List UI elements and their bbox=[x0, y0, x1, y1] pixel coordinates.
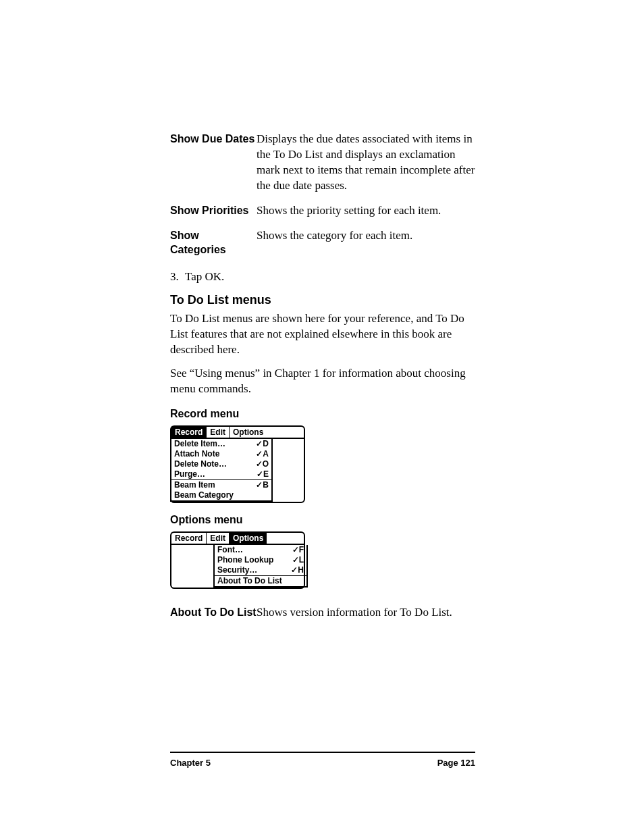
menubar-options: Options bbox=[230, 533, 267, 544]
menu-item-label: Attach Note bbox=[174, 449, 219, 459]
menu-item-shortcut: ✓A bbox=[256, 449, 269, 459]
step-item: 3. Tap OK. bbox=[170, 269, 475, 285]
menubar-edit: Edit bbox=[207, 427, 230, 438]
term-about-to-do-list: About To Do List bbox=[170, 605, 257, 620]
menu-item-label: Security… bbox=[217, 565, 257, 575]
definition-row: About To Do List Shows version informati… bbox=[170, 605, 475, 621]
definition-row: Show Categories Shows the category for e… bbox=[170, 228, 475, 257]
menubar-edit: Edit bbox=[207, 533, 230, 544]
record-dropdown: Delete Item… ✓D Attach Note ✓A Delete No… bbox=[170, 439, 273, 502]
menu-body: Font… ✓F Phone Lookup ✓L Security… ✓H Ab… bbox=[171, 545, 304, 588]
menu-item-shortcut: ✓B bbox=[256, 480, 269, 490]
footer-rule bbox=[170, 752, 475, 753]
paragraph: To Do List menus are shown here for your… bbox=[170, 311, 475, 358]
menu-item-shortcut: ✓F bbox=[292, 545, 304, 555]
menu-item-shortcut: ✓O bbox=[256, 459, 269, 469]
menu-item: Attach Note ✓A bbox=[171, 449, 271, 459]
page-footer: Chapter 5 Page 121 bbox=[170, 758, 475, 768]
paragraph: See “Using menus” in Chapter 1 for infor… bbox=[170, 366, 475, 397]
heading-record-menu: Record menu bbox=[170, 408, 475, 420]
menu-item-label: Purge… bbox=[174, 469, 205, 479]
menu-item-shortcut: ✓E bbox=[257, 469, 269, 479]
heading-options-menu: Options menu bbox=[170, 514, 475, 526]
desc-show-priorities: Shows the priority setting for each item… bbox=[257, 203, 475, 219]
menu-item: Purge… ✓E bbox=[171, 469, 271, 479]
menu-bar: Record Edit Options bbox=[171, 533, 304, 545]
definition-row: Show Priorities Shows the priority setti… bbox=[170, 203, 475, 219]
step-number: 3. bbox=[170, 269, 185, 285]
heading-to-do-list-menus: To Do List menus bbox=[170, 293, 475, 307]
menu-item-label: Beam Item bbox=[174, 480, 215, 490]
menu-item: About To Do List bbox=[215, 575, 306, 586]
menu-item: Delete Item… ✓D bbox=[171, 439, 271, 449]
footer-chapter: Chapter 5 bbox=[170, 758, 211, 768]
options-dropdown: Font… ✓F Phone Lookup ✓L Security… ✓H Ab… bbox=[213, 545, 308, 588]
menubar-record: Record bbox=[171, 427, 207, 438]
menu-item-label: About To Do List bbox=[217, 576, 282, 586]
definitions-table: Show Due Dates Displays the due dates as… bbox=[170, 132, 475, 257]
menu-item: Delete Note… ✓O bbox=[171, 459, 271, 469]
menu-body: Delete Item… ✓D Attach Note ✓A Delete No… bbox=[171, 439, 304, 502]
footer-page: Page 121 bbox=[437, 758, 475, 768]
menu-item: Phone Lookup ✓L bbox=[215, 555, 306, 565]
step-text: Tap OK. bbox=[185, 269, 224, 285]
menu-item-label: Delete Item… bbox=[174, 439, 225, 449]
about-definition: About To Do List Shows version informati… bbox=[170, 605, 475, 621]
menu-item: Security… ✓H bbox=[215, 565, 306, 575]
menubar-record: Record bbox=[171, 533, 207, 544]
term-show-categories: Show Categories bbox=[170, 228, 257, 257]
desc-about-to-do-list: Shows version information for To Do List… bbox=[257, 605, 475, 621]
menu-item-label: Phone Lookup bbox=[217, 555, 273, 565]
desc-show-due-dates: Displays the due dates associated with i… bbox=[257, 132, 475, 194]
definition-row: Show Due Dates Displays the due dates as… bbox=[170, 132, 475, 194]
menu-item: Beam Category bbox=[171, 490, 271, 500]
page: Show Due Dates Displays the due dates as… bbox=[0, 0, 644, 834]
menu-item-label: Font… bbox=[217, 545, 243, 555]
options-menu-screenshot: Record Edit Options Font… ✓F Phone Looku… bbox=[170, 531, 305, 589]
desc-show-categories: Shows the category for each item. bbox=[257, 228, 475, 244]
term-show-due-dates: Show Due Dates bbox=[170, 132, 257, 147]
menu-bar: Record Edit Options bbox=[171, 427, 304, 439]
menu-item-shortcut: ✓D bbox=[256, 439, 269, 449]
term-show-priorities: Show Priorities bbox=[170, 203, 257, 218]
record-menu-screenshot: Record Edit Options Delete Item… ✓D Atta… bbox=[170, 425, 305, 503]
menu-item-shortcut: ✓H bbox=[291, 565, 304, 575]
menu-item: Font… ✓F bbox=[215, 545, 306, 555]
menu-item: Beam Item ✓B bbox=[171, 479, 271, 490]
menu-item-shortcut: ✓L bbox=[292, 555, 304, 565]
menu-item-label: Beam Category bbox=[174, 490, 234, 500]
menu-item-label: Delete Note… bbox=[174, 459, 227, 469]
menubar-options: Options bbox=[230, 427, 267, 438]
